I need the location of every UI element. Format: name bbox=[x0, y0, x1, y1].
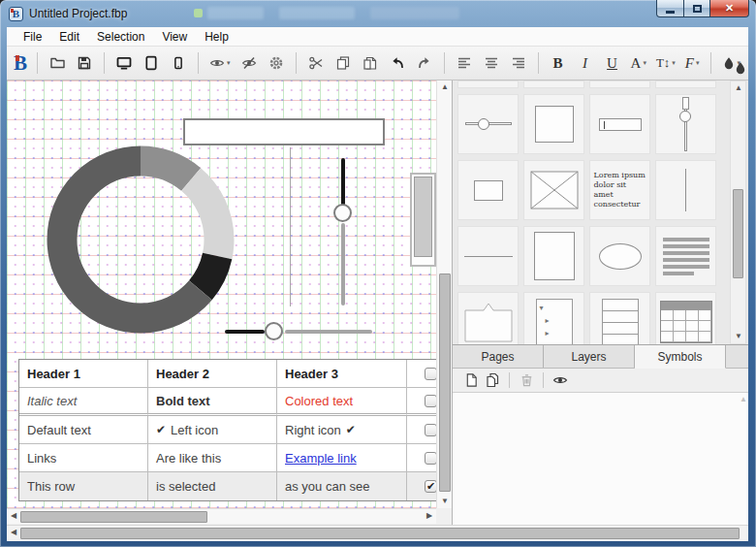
monitor-icon bbox=[115, 55, 133, 71]
scroll-down-icon[interactable]: ▼ bbox=[437, 495, 453, 508]
duplicate-button[interactable] bbox=[482, 370, 503, 390]
paste-button[interactable] bbox=[359, 51, 382, 75]
symbol-tile-text-input[interactable] bbox=[589, 94, 650, 154]
menu-view[interactable]: View bbox=[153, 28, 196, 46]
checkbox[interactable] bbox=[425, 424, 436, 436]
preview-button[interactable]: ▾ bbox=[206, 51, 234, 75]
symbol-tile-table-rows[interactable] bbox=[589, 292, 650, 344]
symbol-tile-slider-vertical[interactable] bbox=[655, 94, 716, 154]
checkbox[interactable] bbox=[425, 452, 436, 465]
align-right-icon bbox=[511, 55, 526, 71]
save-button[interactable] bbox=[73, 51, 96, 75]
symbol-tile-button[interactable] bbox=[457, 160, 519, 220]
image-placeholder-glyph bbox=[530, 171, 579, 209]
delete-button[interactable] bbox=[516, 370, 537, 390]
underline-button[interactable]: U bbox=[601, 51, 624, 75]
tab-layers[interactable]: Layers bbox=[544, 345, 635, 368]
vertical-line-glyph bbox=[685, 169, 686, 211]
vertical-line-widget[interactable] bbox=[290, 147, 291, 306]
slider-thumb[interactable] bbox=[333, 204, 352, 222]
scroll-up-icon[interactable]: ▲ bbox=[731, 81, 746, 95]
button-glyph bbox=[474, 180, 503, 201]
text-input-widget[interactable] bbox=[183, 118, 385, 145]
new-page-button[interactable] bbox=[460, 370, 482, 390]
border-color-button[interactable] bbox=[729, 56, 748, 80]
symbol-tile-ellipse[interactable] bbox=[589, 226, 650, 286]
symbol-tile-tooltip[interactable] bbox=[457, 292, 519, 344]
menu-edit[interactable]: Edit bbox=[50, 28, 88, 46]
hide-annotations-button[interactable] bbox=[237, 51, 261, 75]
donut-chart-widget[interactable] bbox=[44, 143, 237, 337]
symbol-tile-vertical-line[interactable] bbox=[655, 160, 716, 220]
workspace-horizontal-scrollbar[interactable]: ◀ bbox=[7, 525, 748, 540]
table-header-cell: Header 1 bbox=[19, 360, 148, 388]
desktop-preview-button[interactable] bbox=[112, 51, 136, 75]
visibility-button[interactable] bbox=[550, 370, 571, 390]
font-color-button[interactable]: A▾ bbox=[628, 51, 649, 75]
symbol-tile[interactable] bbox=[457, 80, 519, 88]
align-center-button[interactable] bbox=[480, 51, 503, 75]
scroll-right-icon[interactable]: ▶ bbox=[423, 509, 436, 523]
checkbox-checked[interactable]: ✔ bbox=[425, 480, 436, 493]
tab-symbols[interactable]: Symbols bbox=[635, 345, 726, 369]
tablet-preview-button[interactable] bbox=[140, 51, 163, 75]
table-header-cell: Header 3 bbox=[277, 360, 407, 388]
symbol-tile-rectangle-tall[interactable] bbox=[523, 226, 584, 286]
menu-help[interactable]: Help bbox=[196, 28, 237, 46]
scrollbar-thumb[interactable] bbox=[733, 189, 743, 278]
scroll-left-icon[interactable]: ◀ bbox=[7, 509, 20, 523]
copy-button[interactable] bbox=[331, 51, 355, 75]
redo-button[interactable] bbox=[413, 51, 436, 75]
bold-button[interactable]: B bbox=[547, 51, 570, 75]
align-right-button[interactable] bbox=[507, 51, 530, 75]
symbol-tile-paragraph[interactable] bbox=[655, 226, 716, 286]
symbol-tile-slider-horizontal[interactable] bbox=[457, 94, 519, 154]
app-window: B Untitled Project.fbp ✕ File Edit Selec… bbox=[0, 0, 756, 547]
close-button[interactable]: ✕ bbox=[710, 0, 749, 17]
open-button[interactable] bbox=[46, 51, 69, 75]
phone-preview-button[interactable] bbox=[167, 51, 190, 75]
symbol-tile[interactable] bbox=[589, 80, 650, 88]
scrollbar-thumb[interactable] bbox=[439, 274, 451, 492]
table-widget[interactable]: Header 1 Header 2 Header 3 Italic text B… bbox=[18, 359, 436, 501]
example-link[interactable]: Example link bbox=[285, 445, 357, 471]
symbol-tile[interactable] bbox=[655, 80, 716, 88]
canvas[interactable]: Header 1 Header 2 Header 3 Italic text B… bbox=[7, 80, 436, 508]
symbol-tile-text-block[interactable]: Lorem ipsum dolor sit amet consectetur bbox=[589, 160, 650, 220]
text-input-glyph bbox=[599, 118, 642, 131]
scroll-down-icon[interactable]: ▼ bbox=[731, 330, 746, 343]
checkbox[interactable] bbox=[425, 368, 436, 380]
slider-thumb[interactable] bbox=[265, 322, 283, 340]
symbol-tile-horizontal-line[interactable] bbox=[457, 226, 519, 286]
italic-button[interactable]: I bbox=[574, 51, 597, 75]
menu-file[interactable]: File bbox=[15, 28, 50, 46]
undo-button[interactable] bbox=[386, 51, 409, 75]
symbol-tile-image[interactable] bbox=[523, 160, 584, 220]
scrollbar-thumb[interactable] bbox=[20, 511, 207, 523]
symbol-tile[interactable] bbox=[523, 80, 584, 88]
settings-button[interactable] bbox=[265, 51, 288, 75]
font-family-button[interactable]: F▾ bbox=[682, 51, 703, 75]
symbol-tile-rectangle[interactable] bbox=[523, 94, 584, 154]
align-left-button[interactable] bbox=[453, 51, 476, 75]
checkbox[interactable] bbox=[425, 395, 436, 407]
titlebar[interactable]: B Untitled Project.fbp ✕ bbox=[0, 0, 756, 27]
maximize-button[interactable] bbox=[684, 0, 710, 17]
panel-content[interactable]: ▲ bbox=[453, 393, 748, 525]
minimize-button[interactable] bbox=[656, 0, 684, 17]
canvas-horizontal-scrollbar[interactable]: ◀ ▶ bbox=[7, 508, 436, 524]
scroll-up-icon[interactable]: ▲ bbox=[437, 80, 453, 94]
symbol-tile-tree[interactable]: ▾▸▸ bbox=[523, 292, 584, 344]
scroll-left-icon[interactable]: ◀ bbox=[7, 526, 20, 539]
scrollbar-thumb[interactable] bbox=[20, 528, 740, 539]
scrollbar-widget[interactable] bbox=[410, 173, 436, 267]
slider-track-right bbox=[285, 330, 372, 334]
cut-button[interactable] bbox=[304, 51, 328, 75]
tab-pages[interactable]: Pages bbox=[453, 345, 544, 368]
canvas-vertical-scrollbar[interactable]: ▲ ▼ bbox=[436, 80, 452, 508]
menu-selection[interactable]: Selection bbox=[88, 28, 153, 46]
slider-track-left bbox=[225, 330, 265, 334]
text-size-button[interactable]: T↕▾ bbox=[653, 51, 678, 75]
symbol-tile-table-header[interactable] bbox=[655, 292, 716, 344]
symbols-scrollbar[interactable]: ▲ ▼ bbox=[730, 80, 746, 344]
